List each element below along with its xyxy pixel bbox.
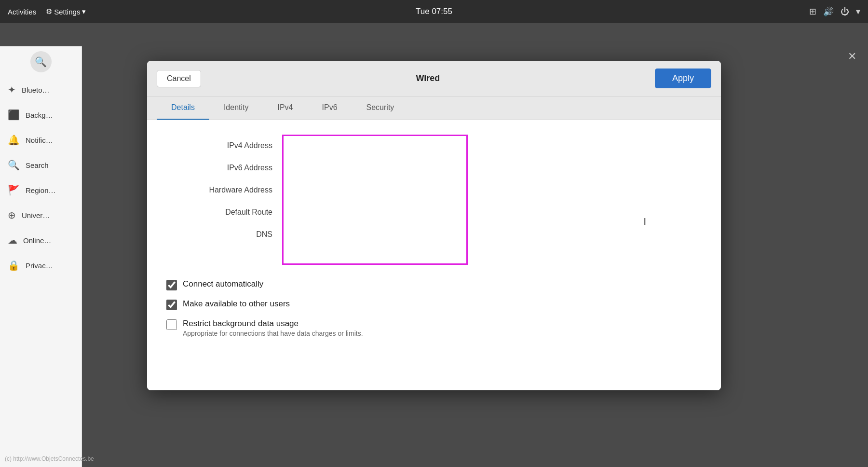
available-other-users-item: Make available to other users [166,299,702,310]
settings-label: Settings [54,8,80,16]
connect-automatically-checkbox[interactable] [166,280,177,290]
apply-button[interactable]: Apply [655,69,711,88]
dialog-tabs: Details Identity IPv4 IPv6 Security [147,96,721,120]
dialog-title: Wired [416,73,440,83]
topbar-clock: Tue 07:55 [416,7,452,16]
network-icon: ⊞ [809,6,816,17]
watermark: (c) http://www.ObjetsConnectes.be [5,455,94,462]
tab-security[interactable]: Security [352,96,409,120]
activities-button[interactable]: Activities [8,8,36,16]
ipv4-address-label: IPv4 Address [166,135,282,157]
details-section: IPv4 Address IPv6 Address Hardware Addre… [166,135,702,265]
available-other-users-label: Make available to other users [183,299,290,309]
dialog-body: IPv4 Address IPv6 Address Hardware Addre… [147,120,721,390]
connect-automatically-item: Connect automatically [166,279,702,290]
tab-ipv4[interactable]: IPv4 [263,96,308,120]
settings-button[interactable]: ⚙ Settings ▾ [46,7,86,16]
settings-icon: ⚙ [46,7,52,16]
available-other-users-checkbox[interactable] [166,300,177,310]
tab-identity[interactable]: Identity [209,96,263,120]
ipv6-address-label: IPv6 Address [166,157,282,179]
dialog-header: Cancel Wired Apply [147,61,721,96]
tab-details[interactable]: Details [157,96,209,120]
volume-icon: 🔊 [823,6,834,17]
settings-dropdown-icon: ▾ [82,7,86,16]
topbar: Activities ⚙ Settings ▾ Tue 07:55 ⊞ 🔊 ⏻ … [0,0,868,23]
power-icon: ⏻ [841,7,849,17]
checkboxes-section: Connect automatically Make available to … [166,279,702,337]
dialog-overlay: Cancel Wired Apply Details Identity IPv4… [0,46,868,467]
main-background: 🔍 ✦ Blueto… ⬛ Backg… 🔔 Notific… 🔍 Search… [0,23,868,467]
system-menu-arrow: ▾ [856,6,860,17]
topbar-right: ⊞ 🔊 ⏻ ▾ [809,6,860,17]
default-route-label: Default Route [166,201,282,223]
details-values-highlight-box [282,135,468,265]
tab-ipv6[interactable]: IPv6 [308,96,352,120]
hardware-address-label: Hardware Address [166,179,282,201]
restrict-bg-checkbox[interactable] [166,319,177,330]
activities-label: Activities [8,8,36,16]
cancel-button[interactable]: Cancel [157,70,201,87]
restrict-bg-label: Restrict background data usage [183,319,363,329]
restrict-bg-sublabel: Appropriate for connections that have da… [183,330,363,337]
connect-automatically-label: Connect automatically [183,279,263,289]
details-labels: IPv4 Address IPv6 Address Hardware Addre… [166,135,282,265]
topbar-left: Activities ⚙ Settings ▾ [8,7,86,16]
restrict-bg-item: Restrict background data usage Appropria… [166,319,702,337]
window-close-button[interactable]: ✕ [844,46,860,67]
dns-label: DNS [166,223,282,246]
wired-dialog: Cancel Wired Apply Details Identity IPv4… [147,61,721,390]
